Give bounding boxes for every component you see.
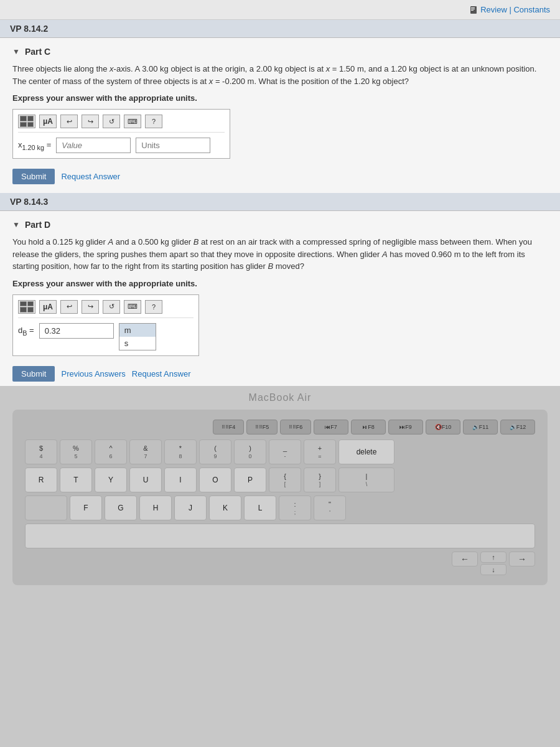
toolbar-refresh-btn[interactable]: ↺ [103,115,120,128]
key-plus-equal[interactable]: + = [304,439,336,464]
vp8142-label: VP 8.14.2 [10,24,48,34]
key-k[interactable]: K [209,496,241,520]
key-j[interactable]: J [174,496,207,520]
part-d-toolbar-keyboard-btn[interactable]: ⌨ [124,300,141,314]
review-constants-link[interactable]: Review | Constants [469,5,550,14]
key-star-8[interactable]: * 8 [164,439,197,464]
part-d-toolbar-refresh-btn[interactable]: ↺ [103,300,120,314]
units-option-s[interactable]: s [119,337,156,350]
key-dollar-4[interactable]: $ 4 [25,439,57,464]
key-f4[interactable]: ⠿⠿ F4 [213,420,244,435]
toolbar-undo-btn[interactable]: ↩ [60,115,78,128]
part-c-header: ▼ Part C [12,47,548,57]
keyboard: ⠿⠿ F4 ⠿⠿ F5 ⠿⠿ F6 ⏮ F7 ⏯ F8 ⏭ F9 [12,410,548,585]
key-left[interactable]: ← [452,552,478,566]
key-lbrace[interactable]: { [ [269,467,301,492]
vp8143-header: VP 8.14.3 [0,193,560,211]
key-rbrace[interactable]: } ] [304,467,336,492]
key-up[interactable]: ↑ [480,552,506,563]
key-right[interactable]: → [509,552,535,566]
macbook-label: MacBook Air [249,392,312,403]
key-rparen-0[interactable]: ) 0 [234,439,266,464]
toolbar-grid-btn[interactable] [18,115,35,128]
spacebar-row [25,524,535,548]
key-f11[interactable]: 🔉 F11 [463,420,498,435]
key-r[interactable]: R [25,467,57,492]
part-c-arrow: ▼ [12,47,20,56]
vp8142-header: VP 8.14.2 [0,20,560,38]
key-under-minus[interactable]: _ - [269,439,301,464]
svg-rect-2 [471,9,475,9]
key-up-down-group: ↑ ↓ [480,552,506,575]
grid-icon [20,116,34,127]
svg-rect-1 [471,7,475,8]
grid-icon-d [20,301,34,312]
part-c-btn-row: Submit Request Answer [12,169,548,184]
key-down[interactable]: ↓ [480,564,506,575]
part-d-toolbar-grid-btn[interactable] [18,300,35,314]
toolbar-keyboard-btn[interactable]: ⌨ [124,115,141,128]
key-t[interactable]: T [60,467,92,492]
review-constants-label: Review | Constants [480,5,550,14]
key-quote[interactable]: " ' [314,496,346,520]
key-p[interactable]: P [234,467,266,492]
key-amp-7[interactable]: & 7 [129,439,162,464]
fn-row: ⠿⠿ F4 ⠿⠿ F5 ⠿⠿ F6 ⏮ F7 ⏯ F8 ⏭ F9 [25,420,535,435]
key-u[interactable]: U [129,467,162,492]
part-d-units-dropdown[interactable]: m s [119,323,156,350]
part-d-arrow: ▼ [12,220,20,229]
toolbar-redo-btn[interactable]: ↪ [82,115,99,128]
units-option-m[interactable]: m [119,324,156,337]
part-d-request-answer-btn[interactable]: Request Answer [132,369,191,378]
toolbar-mu-btn[interactable]: μA [39,115,57,128]
key-percent-5[interactable]: % 5 [60,439,92,464]
part-d-previous-answers-btn[interactable]: Previous Answers [61,369,125,378]
part-d-section: ▼ Part D You hold a 0.125 kg glider A an… [0,211,560,390]
top-bar: Review | Constants [0,0,560,20]
key-f9[interactable]: ⏭ F9 [388,420,423,435]
part-c-problem: Three objects lie along the x-axis. A 3.… [12,63,548,87]
part-c-value-input[interactable] [56,138,131,153]
vp8143-label: VP 8.14.3 [10,197,48,207]
key-i[interactable]: I [164,467,197,492]
rtyuiop-row: R T Y U I O P { [ } ] | \ [25,467,535,492]
key-f[interactable]: F [70,496,102,520]
key-spacebar[interactable] [25,524,535,548]
arrow-row: ← ↑ ↓ → [25,552,535,575]
part-d-toolbar-redo-btn[interactable]: ↪ [82,300,99,314]
part-c-answer-row: x1.20 kg = [18,138,225,153]
key-f8[interactable]: ⏯ F8 [351,420,386,435]
key-l[interactable]: L [244,496,276,520]
key-f10[interactable]: 🔇 F10 [426,420,460,435]
key-h[interactable]: H [139,496,172,520]
svg-rect-3 [471,10,474,11]
key-f7[interactable]: ⏮ F7 [314,420,348,435]
part-c-submit-btn[interactable]: Submit [12,169,55,184]
part-d-value-input[interactable] [39,323,114,339]
part-c-toolbar: μA ↩ ↪ ↺ ⌨ ? [18,115,225,133]
key-f12[interactable]: 🔊 F12 [500,420,535,435]
key-delete[interactable]: delete [338,439,394,464]
part-c-express: Express your answer with the appropriate… [12,93,548,103]
key-g[interactable]: G [105,496,137,520]
part-d-submit-btn[interactable]: Submit [12,366,55,382]
key-f5[interactable]: ⠿⠿ F5 [246,420,278,435]
key-colon[interactable]: : ; [279,496,311,520]
toolbar-help-btn[interactable]: ? [145,115,162,128]
key-lparen-9[interactable]: ( 9 [199,439,231,464]
part-c-request-answer-btn[interactable]: Request Answer [61,172,120,181]
key-f6[interactable]: ⠿⠿ F6 [280,420,311,435]
fghjkl-row: F G H J K L : ; " ' [25,496,535,520]
key-caret-6[interactable]: ^ 6 [95,439,127,464]
part-d-toolbar-undo-btn[interactable]: ↩ [60,300,78,314]
part-c-answer-label: x1.20 kg = [18,140,51,151]
key-pipe[interactable]: | \ [338,467,394,492]
part-c-units-input[interactable] [136,138,210,153]
key-o[interactable]: O [199,467,231,492]
key-y[interactable]: Y [95,467,127,492]
part-d-toolbar-help-btn[interactable]: ? [145,300,162,314]
part-d-toolbar-mu-btn[interactable]: μA [39,300,57,314]
part-d-problem: You hold a 0.125 kg glider A and a 0.500… [12,236,548,273]
book-icon [469,6,478,14]
part-d-btn-row: Submit Previous Answers Request Answer [12,366,548,382]
